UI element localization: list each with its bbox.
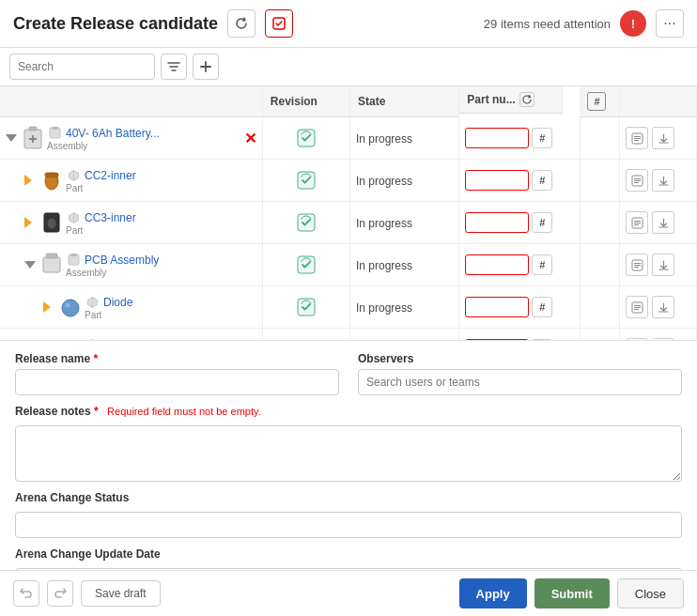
partnum-cell: # bbox=[459, 244, 581, 286]
item-type: Part bbox=[85, 310, 132, 320]
details-button[interactable] bbox=[626, 169, 648, 192]
apply-button[interactable]: Apply bbox=[459, 578, 527, 608]
download-button[interactable] bbox=[652, 254, 674, 276]
release-name-label: Release name * bbox=[15, 352, 339, 365]
search-input[interactable] bbox=[9, 54, 155, 80]
state-text: In progress bbox=[356, 301, 412, 315]
item-thumbnail bbox=[41, 168, 62, 192]
hash-button[interactable]: # bbox=[532, 254, 552, 275]
col-header-hash: # bbox=[580, 86, 619, 117]
footer-right: Apply Submit Close bbox=[459, 578, 684, 608]
download-button[interactable] bbox=[652, 127, 674, 149]
partnum-input[interactable] bbox=[465, 339, 529, 340]
download-button[interactable] bbox=[652, 169, 674, 192]
part-icon bbox=[66, 210, 81, 225]
more-button[interactable]: ··· bbox=[656, 9, 684, 38]
details-button[interactable] bbox=[626, 338, 648, 340]
partnum-input[interactable] bbox=[465, 254, 529, 275]
part-icon bbox=[85, 295, 100, 310]
hash-cell bbox=[580, 202, 619, 244]
state-text: In progress bbox=[356, 259, 412, 272]
details-button[interactable] bbox=[626, 296, 648, 318]
partnum-input[interactable] bbox=[465, 297, 529, 317]
refresh-button[interactable] bbox=[227, 9, 256, 38]
hash-button[interactable]: # bbox=[532, 339, 552, 340]
details-button[interactable] bbox=[626, 254, 648, 276]
partnum-input[interactable] bbox=[465, 170, 529, 191]
hash-cell bbox=[580, 329, 619, 341]
save-draft-button[interactable]: Save draft bbox=[81, 580, 161, 607]
hash-button[interactable]: # bbox=[532, 297, 552, 317]
details-button[interactable] bbox=[626, 127, 648, 149]
revision-cell bbox=[262, 202, 349, 244]
arena-change-status-input[interactable] bbox=[15, 512, 682, 538]
remove-button[interactable]: ✕ bbox=[244, 130, 256, 147]
leaf-indicator bbox=[43, 301, 51, 313]
observers-input[interactable] bbox=[358, 369, 682, 395]
tree-cell: CC3-inner Part bbox=[0, 202, 262, 244]
table-row: CC3-inner Part In progress # bbox=[0, 202, 697, 244]
hash-button[interactable]: # bbox=[532, 128, 552, 148]
col-header-state: State bbox=[349, 86, 458, 117]
revision-cell bbox=[262, 286, 349, 329]
item-name[interactable]: 40V- 6Ah Battery... bbox=[66, 127, 160, 140]
hash-button[interactable]: # bbox=[532, 170, 552, 191]
item-type: Assembly bbox=[66, 268, 159, 278]
revision-cell bbox=[262, 117, 349, 160]
state-cell: In progress bbox=[349, 286, 458, 329]
expand-triangle[interactable] bbox=[24, 261, 36, 269]
partnum-input[interactable] bbox=[465, 212, 529, 233]
state-text: In progress bbox=[356, 132, 412, 146]
expand-triangle[interactable] bbox=[6, 134, 17, 142]
tree-cell: CC2-inner Part bbox=[0, 160, 262, 202]
partnum-cell: # bbox=[459, 329, 581, 341]
close-button[interactable]: Close bbox=[617, 578, 684, 608]
item-name[interactable]: PCB Assembly bbox=[85, 254, 159, 267]
col-header-partnum: Part nu... bbox=[459, 86, 563, 114]
item-name[interactable]: CC3-inner bbox=[85, 211, 136, 224]
submit-button[interactable]: Submit bbox=[534, 578, 610, 608]
col-header-name bbox=[0, 86, 262, 117]
tree-cell: Connectors Part bbox=[0, 329, 262, 341]
attention-button[interactable]: ! bbox=[620, 10, 646, 37]
svg-rect-11 bbox=[53, 127, 57, 130]
hash-cell bbox=[580, 244, 619, 286]
observers-label: Observers bbox=[358, 352, 682, 365]
arena-change-update-date-label: Arena Change Update Date bbox=[15, 547, 682, 561]
download-button[interactable] bbox=[652, 338, 674, 340]
partnum-cell: # bbox=[459, 202, 581, 244]
form-row-2: Release notes * Required field must not … bbox=[15, 405, 682, 482]
download-button[interactable] bbox=[652, 211, 674, 234]
redo-button[interactable] bbox=[47, 580, 73, 607]
download-button[interactable] bbox=[652, 296, 674, 318]
hash-button[interactable]: # bbox=[532, 212, 552, 233]
add-button[interactable] bbox=[193, 54, 219, 80]
part-icon bbox=[66, 168, 81, 183]
action-cell bbox=[620, 202, 697, 244]
assembly-icon bbox=[66, 253, 81, 268]
release-name-input[interactable] bbox=[15, 369, 339, 395]
item-thumbnail bbox=[60, 295, 81, 319]
action-cell bbox=[620, 117, 697, 160]
table-row: CC2-inner Part In progress # bbox=[0, 160, 697, 202]
revision-cell bbox=[262, 329, 349, 341]
item-name[interactable]: Diode bbox=[103, 296, 132, 309]
form-col-release-name: Release name * bbox=[15, 352, 339, 395]
release-icon-button[interactable] bbox=[265, 9, 293, 38]
state-text: In progress bbox=[356, 175, 412, 188]
item-name[interactable]: Connectors bbox=[103, 338, 161, 341]
filter-button[interactable] bbox=[161, 54, 187, 80]
partnum-input[interactable] bbox=[465, 128, 529, 148]
action-cell bbox=[620, 160, 697, 202]
item-name[interactable]: CC2-inner bbox=[85, 169, 136, 182]
item-thumbnail bbox=[41, 253, 62, 277]
refresh-state-icon[interactable] bbox=[519, 92, 534, 107]
form-col-observers: Observers bbox=[358, 352, 682, 395]
undo-button[interactable] bbox=[13, 580, 39, 607]
state-cell: In progress bbox=[349, 329, 458, 341]
details-button[interactable] bbox=[626, 211, 648, 234]
release-notes-textarea[interactable] bbox=[15, 425, 682, 482]
state-cell: In progress bbox=[349, 202, 458, 244]
arena-change-status-label: Arena Change Status bbox=[15, 491, 682, 504]
footer-left: Save draft bbox=[13, 580, 161, 607]
